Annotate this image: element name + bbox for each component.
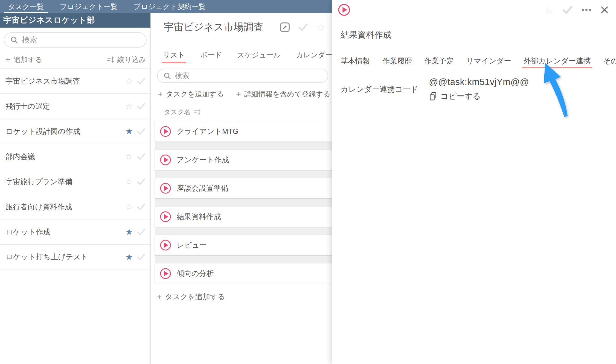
play-status-icon[interactable]	[160, 268, 171, 279]
calendar-code-block: @@task:km51vjYm@@ コピーする	[429, 77, 529, 102]
star-icon[interactable]: ☆	[123, 177, 136, 187]
nav-tab-task-list[interactable]: タスク一覧	[8, 3, 44, 10]
tab-list[interactable]: リスト	[163, 50, 185, 60]
task-list: クライアントMTG アンケート作成 座談会設置準備 結果資料作成 レビュー 傾向…	[155, 121, 332, 284]
project-row[interactable]: ロケット作成 ★	[0, 219, 150, 244]
board-tabs: リスト ボード スケジュール カレンダー予定	[151, 50, 332, 60]
tab-external-calendar[interactable]: 外部カレンダー連携	[524, 56, 591, 66]
search-icon	[164, 72, 171, 80]
task-card[interactable]: クライアントMTG	[155, 121, 332, 142]
project-row[interactable]: 旅行者向け資料作成 ☆	[0, 194, 150, 219]
task-card[interactable]: レビュー	[155, 235, 332, 255]
divider	[332, 45, 616, 45]
star-icon[interactable]: ☆	[123, 101, 136, 111]
sort-filter-icon	[107, 56, 114, 63]
star-icon[interactable]: ☆	[123, 151, 136, 162]
check-icon[interactable]	[136, 203, 147, 210]
check-icon[interactable]	[136, 253, 147, 260]
project-row[interactable]: 飛行士の選定 ☆	[0, 93, 150, 119]
sidebar-actions: + 追加する 絞り込み	[0, 54, 150, 65]
sort-icon[interactable]	[194, 109, 201, 115]
complete-check-icon[interactable]	[298, 23, 308, 31]
add-task-button[interactable]: + タスクを追加する	[158, 89, 224, 99]
tab-reminder[interactable]: リマインダー	[466, 56, 511, 66]
play-status-icon[interactable]	[160, 211, 171, 222]
task-card[interactable]: 傾向の分析	[155, 263, 332, 284]
check-icon[interactable]	[136, 128, 147, 135]
calendar-code-label: カレンダー連携コード	[341, 84, 429, 95]
close-icon[interactable]	[600, 5, 609, 14]
play-status-icon[interactable]	[160, 154, 171, 166]
play-status-icon[interactable]	[160, 183, 171, 194]
copy-icon	[429, 92, 437, 101]
add-task-bottom-button[interactable]: + タスクを追加する	[157, 292, 332, 302]
check-icon[interactable]	[136, 178, 147, 185]
complete-check-icon[interactable]	[562, 5, 573, 14]
task-card[interactable]: アンケート作成	[155, 150, 332, 170]
check-icon[interactable]	[136, 153, 147, 160]
app-root: タスク一覧 プロジェクト一覧 プロジェクト契約一覧 宇宙ビジネスロケット部 + …	[0, 0, 616, 364]
play-status-icon[interactable]	[338, 4, 350, 16]
nav-tab-project-list[interactable]: プロジェクト一覧	[60, 3, 118, 10]
play-status-icon[interactable]	[160, 239, 171, 251]
star-icon[interactable]: ☆	[123, 76, 136, 86]
project-list: 宇宙ビジネス市場調査 ☆ 飛行士の選定 ☆ ロケット設計図の作成 ★ 部内会議 …	[0, 68, 150, 269]
project-row[interactable]: ロケット設計図の作成 ★	[0, 119, 150, 144]
board-panel: 宇宙ビジネス市場調査 ☆ リスト ボード スケジュール カレンダー予定 +	[151, 13, 332, 364]
board-title: 宇宙ビジネス市場調査	[164, 20, 272, 34]
plus-icon: +	[158, 90, 163, 98]
project-sidebar: 宇宙ビジネスロケット部 + 追加する 絞り込み 宇宙ビジネス市場調査 ☆	[0, 13, 151, 364]
task-card[interactable]: 座談会設置準備	[155, 178, 332, 198]
project-row[interactable]: 宇宙ビジネス市場調査 ☆	[0, 68, 150, 93]
task-column-header: タスク名	[164, 108, 332, 116]
project-row[interactable]: 部内会議 ☆	[0, 144, 150, 169]
check-icon[interactable]	[136, 228, 147, 236]
task-card[interactable]: 結果資料作成	[155, 207, 332, 227]
board-header: 宇宙ビジネス市場調査 ☆	[151, 13, 332, 34]
favorite-star-icon[interactable]: ☆	[544, 4, 554, 15]
check-icon[interactable]	[136, 103, 147, 110]
tab-schedule[interactable]: スケジュール	[237, 50, 281, 60]
tab-other[interactable]: その他	[603, 56, 616, 66]
task-title: 結果資料作成	[341, 29, 616, 41]
tab-work-history[interactable]: 作業履歴	[382, 56, 412, 66]
tab-work-schedule[interactable]: 作業予定	[424, 56, 454, 66]
task-search-input[interactable]	[175, 72, 290, 80]
task-search[interactable]	[157, 69, 328, 83]
play-status-icon[interactable]	[160, 126, 171, 137]
favorite-star-icon[interactable]: ☆	[316, 22, 326, 33]
sidebar-search[interactable]	[4, 32, 147, 48]
task-add-row: + タスクを追加する + 詳細情報を含めて登録する	[158, 89, 332, 99]
plus-icon: +	[236, 90, 241, 98]
check-icon[interactable]	[136, 78, 147, 85]
task-detail-panel: ☆ 結果資料作成 基本情報 作業履歴 作業予定 リマインダー 外部カレンダー連携…	[332, 0, 616, 364]
detail-header: ☆	[332, 0, 616, 20]
tab-basic-info[interactable]: 基本情報	[341, 56, 370, 66]
star-icon[interactable]: ★	[123, 252, 136, 262]
calendar-code-value: @@task:km51vjYm@@	[429, 77, 529, 87]
nav-tab-project-contract-list[interactable]: プロジェクト契約一覧	[133, 3, 206, 10]
edit-icon[interactable]	[280, 22, 290, 32]
project-row[interactable]: ロケット打ち上げテスト ★	[0, 244, 150, 269]
top-nav: タスク一覧 プロジェクト一覧 プロジェクト契約一覧	[0, 0, 332, 13]
plus-icon: +	[5, 55, 10, 64]
tab-board[interactable]: ボード	[200, 50, 222, 60]
star-icon[interactable]: ★	[123, 126, 136, 136]
annotation-arrow	[332, 0, 616, 364]
project-row[interactable]: 宇宙旅行プラン準備 ☆	[0, 169, 150, 194]
star-icon[interactable]: ☆	[123, 202, 136, 212]
star-icon[interactable]: ★	[123, 227, 136, 237]
plus-icon: +	[157, 293, 162, 301]
detail-tabs: 基本情報 作業履歴 作業予定 リマインダー 外部カレンダー連携 その他	[341, 56, 616, 66]
filter-button[interactable]: 絞り込み	[107, 55, 146, 64]
more-options-icon[interactable]	[581, 8, 592, 12]
add-task-detailed-button[interactable]: + 詳細情報を含めて登録する	[236, 89, 330, 99]
copy-button[interactable]: コピーする	[429, 91, 529, 102]
sidebar-search-input[interactable]	[22, 36, 117, 44]
calendar-link-section: カレンダー連携コード @@task:km51vjYm@@ コピーする	[341, 77, 616, 102]
search-icon	[10, 36, 18, 44]
add-project-button[interactable]: + 追加する	[5, 55, 42, 64]
workspace-title: 宇宙ビジネスロケット部	[0, 13, 150, 28]
